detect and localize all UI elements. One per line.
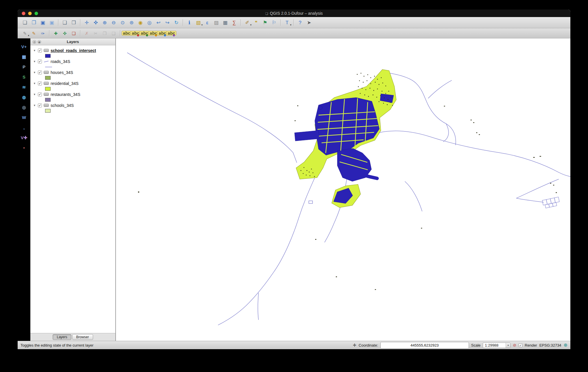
- zoom-last-button[interactable]: ↩: [154, 18, 163, 27]
- add-delimited-text-layer-button[interactable]: ,: [20, 124, 28, 131]
- expand-arrow-icon[interactable]: ▼: [33, 71, 36, 74]
- coordinate-input[interactable]: [380, 342, 469, 349]
- composer-manager-button[interactable]: ❒: [69, 18, 78, 27]
- layer-swatch[interactable]: [45, 54, 51, 58]
- map-tips-button[interactable]: ❝: [252, 18, 260, 27]
- copy-features-button[interactable]: ❐: [100, 29, 109, 37]
- zoom-to-selection-button[interactable]: ◉: [136, 18, 145, 27]
- crs-status-icon[interactable]: ⊕: [564, 343, 567, 347]
- separator[interactable]: [47, 29, 51, 37]
- text-annotation-button[interactable]: T: [283, 18, 291, 27]
- separator[interactable]: [239, 18, 243, 27]
- save-layer-edits-button[interactable]: ✑: [38, 29, 47, 37]
- layer-name[interactable]: houses_34S: [51, 70, 73, 75]
- minimize-button[interactable]: [28, 12, 32, 15]
- add-spatialite-layer-button[interactable]: S: [20, 73, 28, 81]
- pan-map-button[interactable]: ✛: [82, 18, 91, 27]
- whats-this-button[interactable]: ➤: [305, 18, 313, 27]
- float-panel-button[interactable]: ◉: [38, 40, 41, 44]
- expand-arrow-icon[interactable]: ▼: [33, 104, 36, 107]
- zoom-out-button[interactable]: ⊖: [109, 18, 118, 27]
- render-checkbox[interactable]: [519, 343, 522, 347]
- layer-item[interactable]: ▼ restaurants_34S: [30, 91, 115, 102]
- separator[interactable]: [78, 29, 82, 37]
- rotate-label-button[interactable]: abc: [149, 29, 158, 37]
- move-feature-button[interactable]: ✜: [60, 29, 69, 37]
- open-project-button[interactable]: ❐: [29, 18, 38, 27]
- select-features-button[interactable]: ▧: [194, 18, 203, 27]
- layer-name[interactable]: schools_34S: [51, 103, 74, 108]
- coordinate-capture-icon[interactable]: ✛: [353, 343, 356, 347]
- identify-features-button[interactable]: ℹ: [185, 18, 194, 27]
- layer-item[interactable]: ▼ roads_34S: [30, 58, 115, 69]
- help-button[interactable]: ?: [296, 18, 304, 27]
- pin-labels-button[interactable]: abc: [158, 29, 167, 37]
- layer-row[interactable]: ▼ houses_34S: [30, 69, 115, 75]
- layer-row[interactable]: ▼ school_roads_intersect: [30, 47, 115, 53]
- measure-button[interactable]: ✐: [243, 18, 252, 27]
- save-project-as-button[interactable]: ▣: [47, 18, 56, 27]
- layer-row[interactable]: ▼ schools_34S: [30, 102, 115, 108]
- toggle-editing-button[interactable]: ✎: [29, 29, 38, 37]
- new-composer-button[interactable]: ❑: [60, 18, 69, 27]
- layer-swatch[interactable]: [45, 98, 51, 102]
- layer-item[interactable]: ▼ schools_34S: [30, 102, 115, 113]
- remove-layer-button[interactable]: ▪: [20, 144, 28, 151]
- refresh-map-button[interactable]: ↻: [172, 18, 181, 27]
- change-label-properties-button[interactable]: abc: [167, 29, 176, 37]
- zoom-to-layer-button[interactable]: ◎: [145, 18, 154, 27]
- expand-arrow-icon[interactable]: ▼: [33, 49, 36, 52]
- cut-features-button[interactable]: ✂: [91, 29, 100, 37]
- new-shapefile-layer-button[interactable]: V✚: [20, 134, 28, 141]
- paste-features-button[interactable]: ❑: [109, 29, 118, 37]
- layer-name[interactable]: restaurants_34S: [51, 92, 80, 97]
- zoom-button[interactable]: [34, 12, 38, 15]
- current-edits-button[interactable]: ✎: [21, 29, 29, 37]
- layer-name[interactable]: residential_34S: [51, 81, 79, 86]
- separator[interactable]: [181, 18, 185, 27]
- add-feature-button[interactable]: ✚: [51, 29, 60, 37]
- map-canvas[interactable]: [116, 38, 570, 341]
- zoom-next-button[interactable]: ↪: [163, 18, 172, 27]
- layer-name[interactable]: roads_34S: [51, 59, 70, 64]
- separator[interactable]: [292, 18, 295, 27]
- open-attribute-table-button[interactable]: ▦: [221, 18, 230, 27]
- scale-combo[interactable]: 1:29988 ▾: [483, 343, 511, 348]
- panel-tab[interactable]: Browser: [72, 334, 93, 340]
- expand-arrow-icon[interactable]: ▼: [33, 82, 36, 85]
- separator[interactable]: [56, 18, 60, 27]
- pan-to-selection-button[interactable]: ✜: [91, 18, 100, 27]
- layer-name[interactable]: school_roads_intersect: [51, 48, 96, 53]
- layer-item[interactable]: ▼ houses_34S: [30, 69, 115, 80]
- zoom-in-button[interactable]: ⊕: [100, 18, 109, 27]
- field-calculator-button[interactable]: ∑: [230, 18, 238, 27]
- add-vector-layer-button[interactable]: V+: [20, 43, 28, 50]
- layer-item[interactable]: ▼ school_roads_intersect: [30, 47, 115, 58]
- separator[interactable]: [118, 29, 122, 37]
- show-bookmarks-button[interactable]: ⚐: [270, 18, 278, 27]
- add-raster-layer-button[interactable]: ▦: [20, 53, 28, 60]
- layer-swatch[interactable]: [45, 109, 51, 113]
- separator[interactable]: [279, 18, 282, 27]
- panel-tab[interactable]: Layers: [53, 334, 71, 340]
- deselect-all-button[interactable]: ▨: [212, 18, 221, 27]
- add-postgis-layer-button[interactable]: P: [20, 63, 28, 70]
- layer-swatch[interactable]: [45, 65, 52, 69]
- layer-labeling-options-button[interactable]: abc: [122, 29, 131, 37]
- show-hide-labels-button[interactable]: abc: [131, 29, 140, 37]
- add-mssql-layer-button[interactable]: ≋: [20, 83, 28, 91]
- delete-selected-button[interactable]: ✗: [82, 29, 91, 37]
- layer-visibility-checkbox[interactable]: [38, 59, 42, 64]
- layer-visibility-checkbox[interactable]: [38, 70, 42, 75]
- layer-visibility-checkbox[interactable]: [38, 49, 42, 53]
- layer-row[interactable]: ▼ restaurants_34S: [30, 91, 115, 97]
- zoom-native-button[interactable]: ⊙: [118, 18, 127, 27]
- add-wms-layer-button[interactable]: ◍: [20, 94, 28, 101]
- new-bookmark-button[interactable]: ⚑: [261, 18, 269, 27]
- layer-visibility-checkbox[interactable]: [38, 81, 42, 85]
- expand-arrow-icon[interactable]: ▼: [33, 93, 36, 96]
- layer-visibility-checkbox[interactable]: [38, 92, 42, 96]
- titlebar[interactable]: ❏QGIS 2.0.1-Dufour – analysis: [18, 10, 570, 17]
- save-project-button[interactable]: ▣: [38, 18, 47, 27]
- add-wfs-layer-button[interactable]: W: [20, 114, 28, 121]
